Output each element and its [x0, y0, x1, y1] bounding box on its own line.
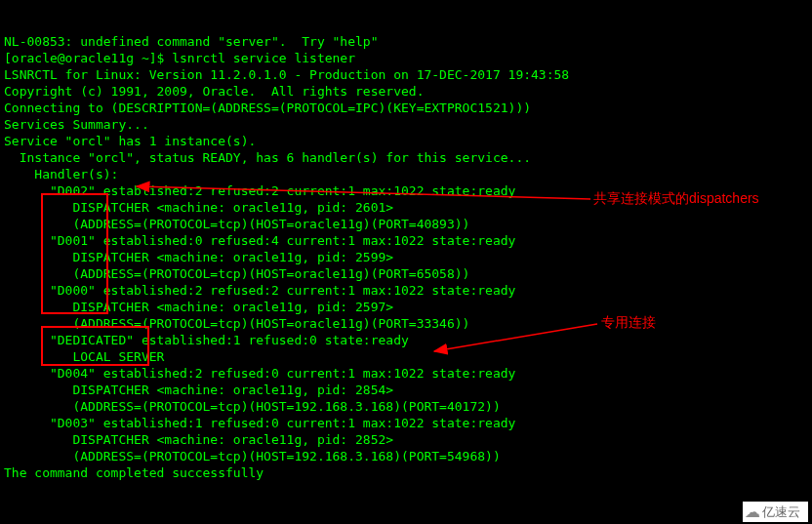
terminal-line: Copyright (c) 1991, 2009, Oracle. All ri…	[4, 83, 808, 100]
terminal-line: (ADDRESS=(PROTOCOL=tcp)(HOST=oracle11g)(…	[4, 216, 808, 232]
terminal-line: (ADDRESS=(PROTOCOL=tcp)(HOST=192.168.3.1…	[4, 448, 808, 464]
terminal-line: "D001" established:0 refused:4 current:1…	[4, 232, 808, 249]
terminal-line: (ADDRESS=(PROTOCOL=tcp)(HOST=192.168.3.1…	[4, 398, 808, 415]
shell-prompt: [oracle@oracle11g ~]$	[4, 51, 172, 65]
watermark: ☁ 亿速云	[743, 502, 808, 522]
terminal-line: Handler(s):	[4, 166, 808, 182]
cloud-icon: ☁	[745, 504, 760, 520]
terminal-line: "D000" established:2 refused:2 current:1…	[4, 282, 808, 299]
terminal-line: [oracle@oracle11g ~]$ lsnrctl service li…	[4, 50, 808, 66]
watermark-text: 亿速云	[762, 504, 800, 520]
terminal-line: Service "orcl" has 1 instance(s).	[4, 133, 808, 149]
highlight-box-dispatchers	[41, 193, 108, 314]
terminal-line: The command completed successfully	[4, 464, 808, 481]
annotation-dispatchers: 共享连接模式的dispatchers	[593, 190, 759, 207]
highlight-box-dedicated	[41, 326, 149, 366]
annotation-dedicated: 专用连接	[601, 314, 656, 331]
terminal-line: Instance "orcl", status READY, has 6 han…	[4, 149, 808, 166]
terminal-line: "D004" established:2 refused:0 current:1…	[4, 365, 808, 382]
terminal-output: NL-00853: undefined command "server". Tr…	[0, 0, 812, 524]
terminal-line: Connecting to (DESCRIPTION=(ADDRESS=(PRO…	[4, 100, 808, 116]
terminal-line: "D003" established:1 refused:0 current:1…	[4, 415, 808, 431]
terminal-line: DISPATCHER <machine: oracle11g, pid: 259…	[4, 249, 808, 265]
terminal-line: Services Summary...	[4, 116, 808, 133]
terminal-line: (ADDRESS=(PROTOCOL=tcp)(HOST=oracle11g)(…	[4, 265, 808, 282]
terminal-line: LSNRCTL for Linux: Version 11.2.0.1.0 - …	[4, 66, 808, 83]
terminal-line: DISPATCHER <machine: oracle11g, pid: 285…	[4, 431, 808, 448]
terminal-line: DISPATCHER <machine: oracle11g, pid: 285…	[4, 382, 808, 398]
shell-command: lsnrctl service listener	[172, 51, 355, 65]
terminal-line: DISPATCHER <machine: oracle11g, pid: 259…	[4, 299, 808, 315]
terminal-line: NL-00853: undefined command "server". Tr…	[4, 33, 808, 50]
